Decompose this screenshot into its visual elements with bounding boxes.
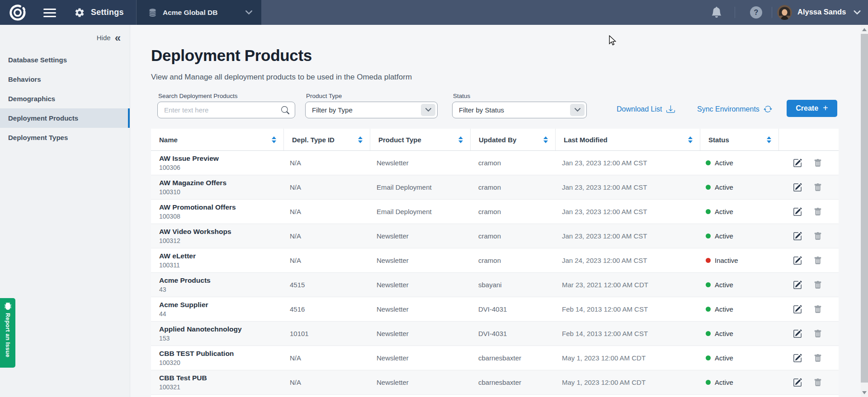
search-label: Search Deployment Products: [158, 93, 238, 99]
status-dot: [706, 380, 711, 385]
product-name[interactable]: CBB Test PUB: [159, 374, 283, 382]
omeda-logo-icon[interactable]: [9, 4, 26, 21]
delete-button[interactable]: [814, 159, 822, 168]
delete-button[interactable]: [814, 305, 822, 314]
edit-pencil-icon: [793, 378, 802, 387]
delete-button[interactable]: [814, 280, 822, 290]
sidebar-item[interactable]: Deployment Types: [0, 128, 130, 147]
trash-icon: [814, 354, 822, 363]
edit-button[interactable]: [793, 280, 802, 290]
sidebar-item[interactable]: Deployment Products: [0, 108, 130, 128]
menu-icon[interactable]: [43, 9, 56, 19]
sidebar-item-label: Deployment Products: [8, 114, 78, 122]
hide-label: Hide: [97, 34, 111, 42]
product-name[interactable]: CBB TEST Publication: [159, 350, 283, 358]
sort-icon[interactable]: [688, 136, 693, 143]
scrollbar-thumb[interactable]: [861, 34, 868, 383]
delete-button[interactable]: [814, 354, 822, 363]
sidebar-item[interactable]: Database Settings: [0, 50, 130, 70]
product-name[interactable]: AW Promotional Offers: [159, 203, 283, 211]
product-id: 100321: [159, 383, 283, 391]
edit-button[interactable]: [793, 159, 802, 168]
scroll-down-arrow[interactable]: [862, 391, 867, 394]
settings-nav[interactable]: Settings: [74, 0, 124, 25]
column-header-last-modified[interactable]: Last Modified: [555, 129, 700, 150]
product-name[interactable]: AW Video Workshops: [159, 228, 283, 236]
sync-environments-link[interactable]: Sync Environments: [697, 105, 772, 113]
sidebar-item[interactable]: Demographics: [0, 89, 130, 108]
cell-depl-type-id: N/A: [283, 354, 370, 362]
database-selector[interactable]: Acme Global DB: [136, 0, 261, 25]
cell-product-type: Newsletter: [370, 330, 470, 337]
edit-button[interactable]: [793, 329, 802, 338]
delete-button[interactable]: [814, 232, 822, 241]
delete-button[interactable]: [814, 378, 822, 387]
sort-icon[interactable]: [458, 136, 463, 143]
edit-button[interactable]: [793, 305, 802, 314]
cell-product-type: Email Deployment: [370, 208, 470, 215]
status-dot: [706, 355, 711, 360]
edit-pencil-icon: [793, 232, 802, 241]
edit-button[interactable]: [793, 378, 802, 387]
edit-button[interactable]: [793, 183, 802, 192]
cell-last-modified: Jan 23, 2023 12:00 AM CST: [555, 208, 700, 215]
delete-button[interactable]: [814, 256, 822, 265]
edit-button[interactable]: [793, 354, 802, 363]
search-icon[interactable]: [281, 106, 289, 114]
column-header-depl-type-id[interactable]: Depl. Type ID: [283, 129, 370, 150]
product-name[interactable]: Applied Nanotechnology: [159, 325, 283, 333]
cell-actions: [778, 378, 839, 387]
product-name[interactable]: AW Magazine Offers: [159, 179, 283, 187]
report-issue-tab[interactable]: Report an Issue: [0, 298, 15, 368]
user-name[interactable]: Alyssa Sands: [797, 8, 846, 16]
avatar[interactable]: [777, 5, 792, 20]
sync-environments-label: Sync Environments: [697, 105, 760, 113]
create-button[interactable]: Create +: [787, 100, 837, 117]
edit-button[interactable]: [793, 256, 802, 265]
download-list-link[interactable]: Download List: [617, 105, 675, 113]
table-next-row-sliver: [151, 395, 839, 397]
delete-button[interactable]: [814, 183, 822, 192]
product-name[interactable]: Acme Products: [159, 276, 283, 285]
product-name[interactable]: AW Issue Preview: [159, 154, 283, 163]
product-type-select[interactable]: Filter by Type: [305, 102, 438, 118]
column-header-product-type[interactable]: Product Type: [370, 129, 470, 150]
product-name[interactable]: AW eLetter: [159, 252, 283, 260]
trash-icon: [814, 183, 822, 192]
column-header-updated-by[interactable]: Updated By: [470, 129, 555, 150]
create-label: Create: [796, 104, 818, 112]
settings-sidebar: Hide « Database Settings Behaviors Demog…: [0, 25, 130, 397]
delete-button[interactable]: [814, 207, 822, 216]
hide-sidebar-button[interactable]: Hide «: [97, 34, 121, 42]
edit-button[interactable]: [793, 232, 802, 241]
table-row: Applied Nanotechnology 153 10101 Newslet…: [151, 322, 839, 346]
status-label: Active: [715, 232, 733, 240]
user-menu-chevron-icon[interactable]: [854, 10, 861, 15]
search-input[interactable]: [164, 106, 281, 114]
edit-button[interactable]: [793, 207, 802, 216]
cell-actions: [778, 280, 839, 290]
delete-button[interactable]: [814, 329, 822, 338]
sort-icon[interactable]: [543, 136, 548, 143]
gear-icon: [74, 7, 85, 18]
product-id: 100312: [159, 237, 283, 244]
cell-name: Applied Nanotechnology 153: [151, 325, 283, 342]
status-dot: [706, 209, 711, 214]
help-icon[interactable]: ?: [750, 6, 762, 19]
notifications-bell-icon[interactable]: [711, 7, 722, 18]
sort-icon[interactable]: [272, 136, 276, 143]
column-header-status[interactable]: Status: [700, 129, 778, 150]
sort-icon[interactable]: [358, 136, 363, 143]
column-header-name[interactable]: Name: [151, 129, 283, 150]
sort-icon[interactable]: [767, 136, 771, 143]
cell-status: Active: [700, 183, 778, 191]
cell-depl-type-id: N/A: [283, 232, 370, 240]
status-dot: [706, 331, 711, 336]
sidebar-item[interactable]: Behaviors: [0, 70, 130, 89]
status-select[interactable]: Filter by Status: [452, 102, 587, 118]
bug-icon: [4, 302, 12, 310]
product-name[interactable]: Acme Supplier: [159, 301, 283, 309]
scroll-up-arrow[interactable]: [862, 28, 867, 31]
trash-icon: [814, 378, 822, 387]
cell-actions: [778, 305, 839, 314]
